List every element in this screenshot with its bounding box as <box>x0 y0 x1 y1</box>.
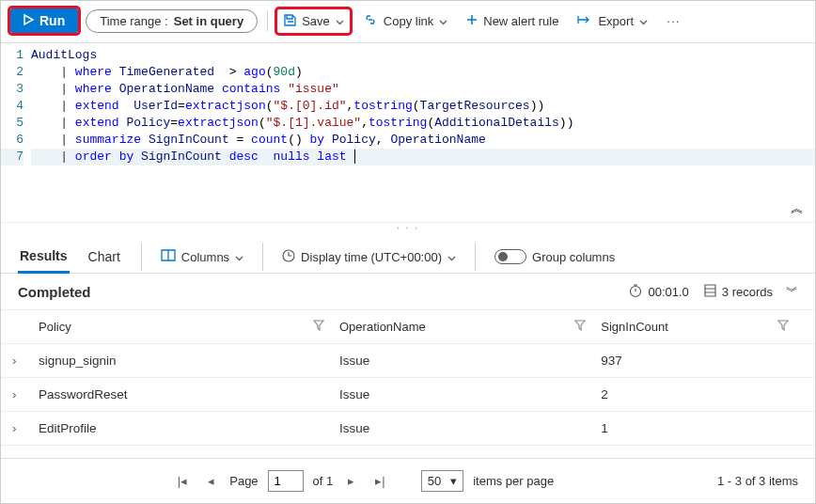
page-size-value: 50 <box>428 474 441 488</box>
save-highlight: Save <box>277 9 350 33</box>
pager: |◂ ◂ Page of 1 ▸ ▸| 50 ▾ items per page … <box>1 458 815 503</box>
time-range-label: Time range : <box>100 14 168 28</box>
group-columns-toggle[interactable]: Group columns <box>494 249 615 264</box>
elapsed-time: 00:01.0 <box>629 284 688 300</box>
pane-resize-handle[interactable]: · · · ︽ <box>1 222 815 235</box>
table-row[interactable]: › EditProfile Issue 1 <box>1 412 815 446</box>
collapse-up-icon[interactable]: ︽ <box>791 202 806 213</box>
query-code[interactable]: AuditLogs | where TimeGenerated > ago(90… <box>31 47 815 165</box>
play-icon <box>24 13 34 28</box>
results-toolbar: Results Chart Columns Display time (UTC+… <box>1 235 815 274</box>
columns-icon <box>161 249 176 264</box>
copy-link-label: Copy link <box>384 14 433 28</box>
cell-policy: EditProfile <box>39 421 313 435</box>
filter-icon[interactable] <box>777 320 804 334</box>
cell-operation: Issue <box>339 421 574 435</box>
query-editor[interactable]: 123456 7 AuditLogs | where TimeGenerated… <box>1 43 815 222</box>
tab-results[interactable]: Results <box>18 241 70 274</box>
group-columns-label: Group columns <box>532 250 615 264</box>
chevron-down-icon <box>447 250 456 264</box>
separator-3 <box>262 243 263 271</box>
chevron-down-icon <box>439 14 447 28</box>
separator-4 <box>475 243 476 271</box>
export-button[interactable]: Export <box>572 10 653 32</box>
col-policy[interactable]: Policy <box>39 320 313 334</box>
cell-policy: PasswordReset <box>39 387 313 402</box>
expand-icon[interactable]: › <box>12 354 39 368</box>
run-label: Run <box>39 13 65 28</box>
records-icon <box>704 284 716 300</box>
new-alert-button[interactable]: New alert rule <box>461 10 564 32</box>
expand-icon[interactable]: › <box>12 387 39 402</box>
status-title: Completed <box>18 284 91 300</box>
elapsed-value: 00:01.0 <box>648 285 688 299</box>
table-row[interactable]: › signup_signin Issue 937 <box>1 344 815 378</box>
chevron-down-icon <box>639 14 648 28</box>
tab-chart[interactable]: Chart <box>86 242 122 272</box>
app-frame: Run Time range : Set in query Save <box>0 0 816 504</box>
filter-icon[interactable] <box>574 320 601 334</box>
dropdown-icon: ▾ <box>450 474 457 488</box>
page-size-select[interactable]: 50 ▾ <box>421 470 463 492</box>
filter-icon[interactable] <box>313 320 339 334</box>
table-header: Policy OperationName SignInCount <box>1 310 815 344</box>
save-icon <box>283 13 296 29</box>
display-time-button[interactable]: Display time (UTC+00:00) <box>282 249 456 265</box>
first-page-button[interactable]: |◂ <box>172 473 193 489</box>
save-label: Save <box>302 14 330 28</box>
plus-icon <box>466 14 478 28</box>
pager-range: 1 - 3 of 3 items <box>717 474 798 488</box>
columns-label: Columns <box>181 250 229 264</box>
last-page-button[interactable]: ▸| <box>369 473 390 489</box>
collapse-down-icon[interactable]: ︾ <box>786 283 798 300</box>
cell-count: 1 <box>601 421 777 435</box>
cell-count: 937 <box>601 354 777 368</box>
per-page-label: items per page <box>473 474 554 488</box>
separator-2 <box>141 243 142 271</box>
save-button[interactable]: Save <box>277 9 350 33</box>
cell-operation: Issue <box>339 387 574 402</box>
line-gutter: 123456 7 <box>1 47 31 165</box>
columns-button[interactable]: Columns <box>161 249 243 264</box>
expand-icon[interactable]: › <box>12 421 39 435</box>
table-row[interactable]: › PasswordReset Issue 2 <box>1 378 815 412</box>
export-label: Export <box>598 14 634 28</box>
next-page-button[interactable]: ▸ <box>342 473 360 489</box>
clock-icon <box>282 249 295 265</box>
copy-link-button[interactable]: Copy link <box>357 10 453 32</box>
records-value: 3 records <box>722 285 773 299</box>
time-range-pill[interactable]: Time range : Set in query <box>86 9 258 33</box>
stopwatch-icon <box>629 284 642 300</box>
export-icon <box>577 14 592 28</box>
prev-page-button[interactable]: ◂ <box>202 473 220 489</box>
page-label: Page <box>229 474 258 488</box>
chevron-down-icon <box>235 250 243 264</box>
separator-1 <box>267 10 268 31</box>
link-icon <box>363 14 378 28</box>
col-operation[interactable]: OperationName <box>339 320 574 334</box>
status-bar: Completed 00:01.0 3 records ︾ <box>1 274 815 310</box>
of-label: of 1 <box>313 474 334 488</box>
col-count[interactable]: SignInCount <box>601 320 777 334</box>
display-time-label: Display time (UTC+00:00) <box>301 250 442 264</box>
more-menu[interactable]: ··· <box>661 13 686 28</box>
chevron-down-icon <box>336 14 344 28</box>
cell-count: 2 <box>601 387 777 402</box>
time-range-value: Set in query <box>174 14 243 28</box>
toolbar: Run Time range : Set in query Save <box>1 1 815 43</box>
run-highlight: Run <box>10 8 78 33</box>
new-alert-label: New alert rule <box>483 14 558 28</box>
record-count: 3 records <box>704 284 773 300</box>
toggle-off-icon <box>494 249 526 264</box>
cell-policy: signup_signin <box>39 354 313 368</box>
results-table: Policy OperationName SignInCount › signu… <box>1 310 815 446</box>
run-button[interactable]: Run <box>10 8 78 33</box>
page-input[interactable] <box>268 470 304 492</box>
cell-operation: Issue <box>339 354 574 368</box>
